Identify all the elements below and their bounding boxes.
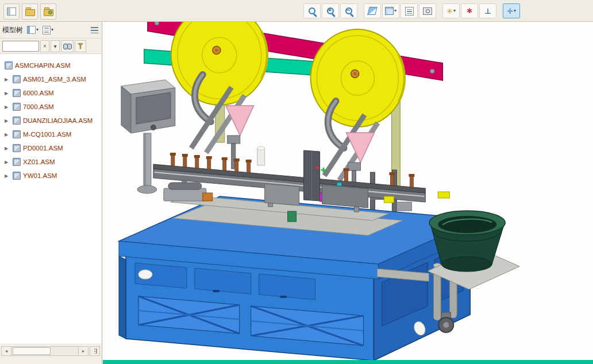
saved-views-button[interactable] bbox=[401, 3, 418, 18]
tree-search-row: × ▾ bbox=[0, 38, 102, 54]
tree-filters-icon bbox=[43, 26, 51, 34]
tree-columns-icon bbox=[27, 26, 36, 34]
panel-resize-grip[interactable] bbox=[90, 346, 100, 356]
settings-icon bbox=[91, 27, 98, 33]
zoom-in-button[interactable]: + bbox=[322, 3, 339, 18]
view-capture-button[interactable] bbox=[419, 3, 436, 18]
scrollbar-thumb[interactable] bbox=[13, 347, 51, 355]
annotation-display-icon: ✱ bbox=[467, 7, 472, 14]
scroll-left-button[interactable]: ◂ bbox=[1, 346, 11, 356]
tree-item-label[interactable]: XZ01.ASM bbox=[23, 158, 55, 165]
tree-item[interactable]: ▶ DUANZILIAOJIAA.ASM bbox=[0, 114, 101, 127]
tree-item-label[interactable]: DUANZILIAOJIAA.ASM bbox=[23, 117, 93, 124]
tree-item[interactable]: ▶ XZ01.ASM bbox=[0, 155, 101, 169]
assembly-icon bbox=[13, 144, 21, 152]
zoom-in-icon: + bbox=[326, 6, 336, 16]
assembly-icon bbox=[13, 89, 21, 97]
tree-item-label[interactable]: PD0001.ASM bbox=[23, 145, 63, 152]
search-clear-button[interactable]: × bbox=[40, 40, 49, 52]
tree-item-root[interactable]: ASMCHAPIN.ASM bbox=[0, 59, 101, 72]
scrollbar-track[interactable] bbox=[11, 346, 78, 356]
expand-arrow-icon[interactable]: ▶ bbox=[5, 146, 13, 151]
model-tree-title: 模型树 bbox=[2, 25, 23, 35]
tree-item[interactable]: ▶ 7000.ASM bbox=[0, 100, 101, 114]
assembly-icon bbox=[13, 158, 21, 166]
zoom-to-fit-icon bbox=[307, 6, 317, 16]
repaint-button[interactable] bbox=[364, 3, 381, 18]
tree-item-label[interactable]: YW01.ASM bbox=[23, 172, 57, 179]
datum-display-button[interactable]: ✳▾ bbox=[442, 3, 460, 18]
zoom-out-icon: − bbox=[344, 6, 354, 16]
find-button[interactable] bbox=[61, 40, 74, 52]
scroll-right-button[interactable]: ▸ bbox=[78, 346, 88, 356]
assembly-icon bbox=[13, 75, 21, 83]
model-tree-header: 模型树 ▾ ▾ bbox=[0, 22, 102, 38]
spin-center-icon: ✛ bbox=[507, 7, 513, 15]
tree-horizontal-scrollbar: ◂ ▸ bbox=[1, 346, 100, 356]
grip-dots-icon bbox=[94, 348, 95, 354]
expand-arrow-icon[interactable]: ▶ bbox=[5, 132, 13, 137]
chevron-down-icon: ▾ bbox=[514, 9, 516, 13]
tree-item[interactable]: ▶ ASM01_ASM_3.ASM bbox=[0, 72, 101, 86]
spin-center-button[interactable]: ✛▾ bbox=[503, 3, 520, 18]
navigator-toggle-button[interactable] bbox=[3, 3, 20, 20]
assembly-icon bbox=[13, 130, 21, 138]
expand-arrow-icon[interactable]: ▶ bbox=[5, 77, 13, 82]
assembly-icon bbox=[13, 103, 21, 111]
model-tree-list: ASMCHAPIN.ASM ▶ ASM01_ASM_3.ASM ▶ 6000.A… bbox=[0, 54, 101, 343]
top-toolbar-strip: + − ▾ ✳▾ ✱ ⊥ ✛▾ bbox=[0, 0, 593, 22]
quick-access-toolbar bbox=[3, 3, 56, 20]
display-style-icon bbox=[385, 7, 394, 15]
tree-columns-button[interactable]: ▾ bbox=[26, 25, 40, 35]
spin-center-marker bbox=[316, 166, 319, 169]
expand-arrow-icon[interactable]: ▶ bbox=[5, 160, 13, 165]
view-toolbar: + − ▾ ✳▾ ✱ ⊥ ✛▾ bbox=[303, 3, 520, 18]
tree-item-label[interactable]: 7000.ASM bbox=[23, 103, 54, 110]
chevron-down-icon: ▾ bbox=[453, 9, 456, 13]
tree-item-label[interactable]: ASMCHAPIN.ASM bbox=[15, 62, 71, 69]
plane-display-button[interactable]: ⊥ bbox=[479, 3, 496, 18]
tree-item[interactable]: ▶ PD0001.ASM bbox=[0, 141, 101, 155]
tree-item[interactable]: ▶ YW01.ASM bbox=[0, 169, 101, 183]
tree-search-input[interactable] bbox=[2, 41, 39, 52]
bottom-status-strip bbox=[103, 360, 593, 364]
zoom-to-fit-button[interactable] bbox=[303, 3, 321, 18]
camera-icon bbox=[423, 7, 432, 15]
tree-filters-button[interactable]: ▾ bbox=[41, 25, 55, 36]
chevron-down-icon: ▾ bbox=[394, 9, 396, 13]
datum-display-icon: ✳ bbox=[446, 7, 453, 15]
tree-item[interactable]: ▶ 6000.ASM bbox=[0, 86, 101, 100]
annotation-display-button[interactable]: ✱ bbox=[461, 3, 478, 18]
repaint-icon bbox=[367, 7, 377, 15]
zoom-out-button[interactable]: − bbox=[340, 3, 357, 18]
chevron-down-icon: ▾ bbox=[36, 28, 38, 32]
expand-arrow-icon[interactable]: ▶ bbox=[5, 118, 13, 123]
tree-item-label[interactable]: 6000.ASM bbox=[23, 90, 54, 96]
assembly-icon bbox=[13, 117, 21, 125]
saved-views-icon bbox=[405, 7, 414, 16]
tree-item[interactable]: ▶ M-CQ1001.ASM bbox=[0, 127, 101, 141]
cad-3d-scene[interactable] bbox=[103, 22, 593, 364]
navigator-grid-icon bbox=[7, 7, 16, 16]
graphics-area[interactable] bbox=[103, 22, 593, 364]
binoculars-icon bbox=[63, 43, 72, 49]
folder-icon bbox=[25, 9, 35, 16]
filter-button[interactable] bbox=[75, 40, 86, 52]
chevron-down-icon: ▾ bbox=[51, 28, 53, 32]
tree-item-label[interactable]: ASM01_ASM_3.ASM bbox=[23, 76, 86, 83]
expand-arrow-icon[interactable]: ▶ bbox=[5, 104, 13, 110]
search-dropdown-button[interactable]: ▾ bbox=[51, 40, 60, 52]
plane-display-icon: ⊥ bbox=[484, 7, 491, 15]
model-tree-panel: 模型树 ▾ ▾ × ▾ ASMCHAPIN.ASM ▶ ASM01_ASM_3.… bbox=[0, 22, 102, 364]
expand-arrow-icon[interactable]: ▶ bbox=[5, 91, 13, 96]
favorites-folder-button[interactable] bbox=[40, 3, 56, 20]
open-folder-button[interactable] bbox=[22, 3, 38, 20]
display-style-button[interactable]: ▾ bbox=[382, 3, 399, 18]
assembly-icon bbox=[13, 172, 21, 180]
reel-disc-left[interactable] bbox=[166, 22, 272, 110]
tree-item-label[interactable]: M-CQ1001.ASM bbox=[23, 131, 71, 138]
favorites-folder-icon bbox=[44, 9, 53, 16]
assembly-icon bbox=[5, 61, 13, 69]
tree-settings-button[interactable] bbox=[90, 26, 99, 34]
expand-arrow-icon[interactable]: ▶ bbox=[5, 173, 13, 179]
